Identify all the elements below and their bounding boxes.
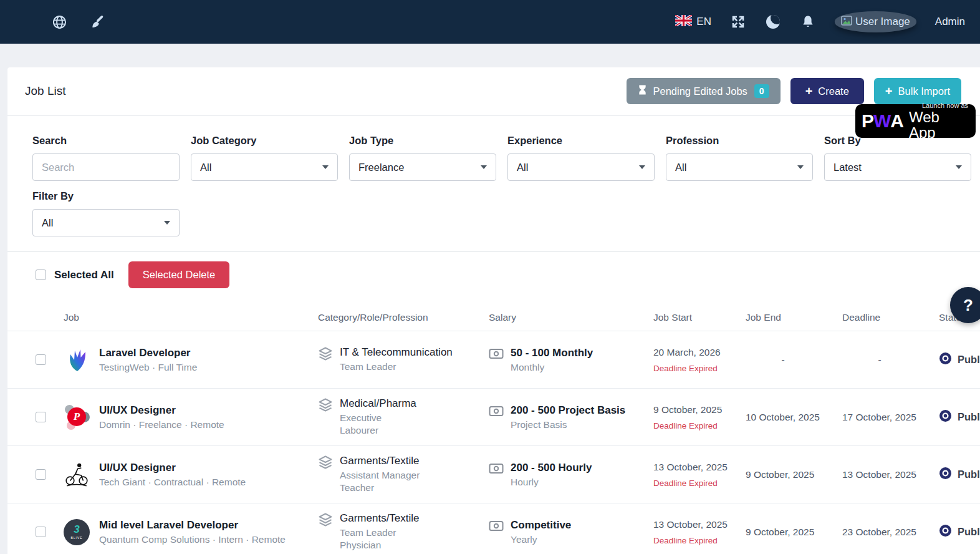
job-title: UI/UX Designer <box>99 404 224 417</box>
page-title: Job List <box>25 84 65 98</box>
category-name: IT & Telecommunication <box>340 346 453 359</box>
selected-delete-button[interactable]: Selected Delete <box>128 261 230 288</box>
pending-edited-jobs-button[interactable]: Pending Edited Jobs 0 <box>627 78 780 104</box>
company-logo: P 3BLIVE <box>64 462 90 488</box>
column-header-deadline: Deadline <box>842 312 939 323</box>
category-name: Garments/Textile <box>340 455 420 467</box>
row-checkbox[interactable] <box>36 354 46 365</box>
deadline-expired-note: Deadline Expired <box>653 479 746 488</box>
row-checkbox[interactable] <box>36 469 46 480</box>
banknote-icon <box>489 519 504 535</box>
status-dot-circle-icon <box>939 524 952 540</box>
job-end-date: 9 October, 2025 <box>746 469 842 480</box>
sort-by-select[interactable]: Latest <box>824 153 971 181</box>
jobs-table: Selected All Selected Delete Job Categor… <box>7 251 980 554</box>
table-row: P 3BLIVE <box>7 503 980 554</box>
table-row: P 3BLIVE <box>7 446 980 503</box>
create-button[interactable]: + Create <box>790 78 864 104</box>
category-name: Garments/Textile <box>340 512 420 525</box>
filter-by-label: Filter By <box>32 190 180 202</box>
pending-count-badge: 0 <box>754 84 769 98</box>
job-type-select[interactable]: Freelance <box>349 153 496 181</box>
table-row: P 3BLIVE <box>7 389 980 446</box>
column-header-job-start: Job Start <box>653 312 746 323</box>
broken-image-icon <box>841 16 852 29</box>
chevron-down-icon <box>481 165 487 169</box>
hamburger-menu-icon[interactable] <box>14 14 29 30</box>
job-end-date: 10 October, 2025 <box>746 412 842 423</box>
status-dot-circle-icon <box>939 352 952 367</box>
job-category-label: Job Category <box>191 135 338 147</box>
job-meta: Tech Giant · Contractual · Remote <box>99 477 246 488</box>
select-all-checkbox[interactable] <box>36 270 46 280</box>
brush-icon[interactable] <box>90 14 106 30</box>
dark-mode-toggle[interactable] <box>765 14 781 30</box>
moon-icon <box>766 15 780 29</box>
column-header-job-end: Job End <box>746 312 842 323</box>
deadline-date: 23 October, 2025 <box>842 527 939 538</box>
chevron-down-icon <box>797 165 804 169</box>
job-type-label: Job Type <box>349 135 496 147</box>
profession-select[interactable]: All <box>666 153 813 181</box>
layers-icon <box>318 455 333 472</box>
admin-user-menu[interactable]: Admin <box>935 16 965 28</box>
language-switcher[interactable]: EN <box>675 15 711 29</box>
column-header-job: Job <box>64 312 318 323</box>
pwa-launch-badge[interactable]: PWA Launch now as Web App <box>855 104 976 138</box>
job-start-date: 20 March, 2026 <box>653 347 746 358</box>
layers-icon <box>318 512 333 530</box>
user-image-alt-text: User Image <box>855 16 910 28</box>
job-list-card: Job List Pending Edited Jobs 0 + Create … <box>7 67 980 554</box>
language-label: EN <box>696 16 711 28</box>
row-checkbox[interactable] <box>36 527 46 537</box>
table-header-row: Job Category/Role/Profession Salary Job … <box>7 296 980 331</box>
table-row: P 3BLIVE <box>7 331 980 389</box>
pinterest-logo-icon: P <box>64 404 90 430</box>
filter-by-select[interactable]: All <box>32 209 180 236</box>
bulk-import-button[interactable]: + Bulk Import <box>874 78 961 104</box>
company-logo: P 3BLIVE <box>64 519 90 545</box>
fullscreen-icon[interactable] <box>730 14 746 30</box>
chevron-down-icon <box>322 165 329 169</box>
search-input[interactable] <box>42 162 170 173</box>
job-meta: Domrin · Freelance · Remote <box>99 419 224 430</box>
job-title: Laravel Developer <box>99 347 197 359</box>
column-header-category: Category/Role/Profession <box>318 312 489 323</box>
select-all-control[interactable]: Selected All <box>36 269 114 281</box>
hourglass-icon <box>638 84 647 98</box>
salary-basis: Monthly <box>511 362 593 373</box>
filters-panel: Search Job Category All Job Type Freelan… <box>7 116 980 251</box>
pwa-subtitle: Launch now as <box>922 102 968 109</box>
notifications-bell-icon[interactable] <box>800 14 816 30</box>
deadline-expired-note: Deadline Expired <box>653 364 746 373</box>
deadline-date: - <box>842 354 917 366</box>
status-badge: Published <box>958 526 980 538</box>
job-category-select[interactable]: All <box>191 153 338 181</box>
cyclist-logo-icon <box>64 462 90 488</box>
job-end-date: - <box>746 354 820 366</box>
chevron-down-icon <box>164 221 170 225</box>
role-profession-list: Assistant Manager Teacher <box>340 469 420 495</box>
status-badge: Published <box>958 411 980 423</box>
salary-amount: Competitive <box>511 519 571 532</box>
job-start-date: 13 October, 2025 <box>653 462 746 473</box>
status-dot-circle-icon <box>939 467 952 482</box>
role-profession-list: Team Leader Physician <box>340 527 420 552</box>
globe-icon[interactable] <box>51 14 67 30</box>
category-name: Medical/Pharma <box>340 397 416 410</box>
phoenix-logo-icon <box>64 347 89 372</box>
job-title: UI/UX Designer <box>99 462 246 474</box>
banknote-icon <box>489 404 504 420</box>
role-profession-list: Team Leader <box>340 361 453 373</box>
salary-basis: Project Basis <box>511 419 625 430</box>
plus-icon: + <box>885 85 893 97</box>
experience-label: Experience <box>507 135 655 147</box>
experience-select[interactable]: All <box>507 153 655 181</box>
banknote-icon <box>489 347 504 363</box>
layers-icon <box>318 397 333 415</box>
user-avatar[interactable]: User Image <box>835 11 916 32</box>
salary-amount: 50 - 100 Monthly <box>511 347 593 359</box>
search-label: Search <box>32 135 180 147</box>
row-checkbox[interactable] <box>36 412 46 422</box>
salary-amount: 200 - 500 Project Basis <box>511 404 625 417</box>
